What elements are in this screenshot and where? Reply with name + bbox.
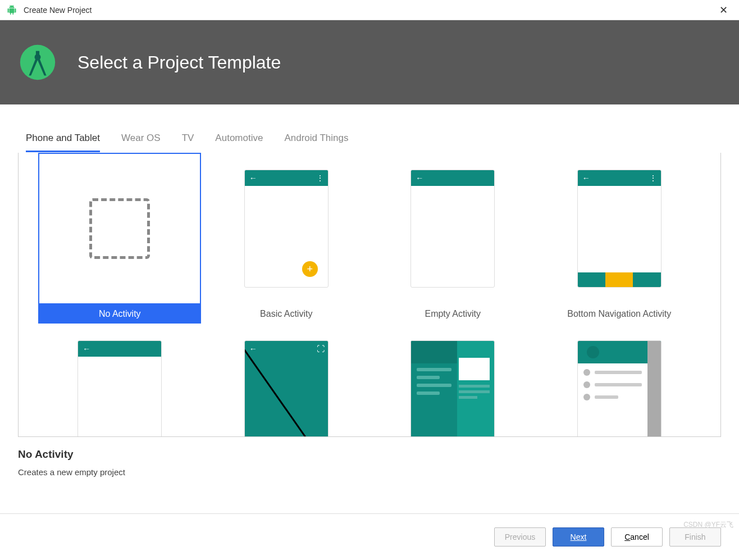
next-button[interactable]: Next	[553, 527, 604, 547]
template-label: Basic Activity	[205, 304, 368, 324]
svg-point-0	[20, 45, 55, 80]
more-icon: ⋮	[316, 174, 323, 183]
template-bottom-nav-activity[interactable]: ←⋮ Bottom Navigation Activity	[536, 153, 703, 324]
template-thumbnail: ←	[38, 324, 201, 437]
template-card[interactable]: ←	[37, 324, 203, 437]
template-label: Bottom Navigation Activity	[538, 304, 701, 324]
template-thumbnail: ⋮	[538, 324, 701, 437]
template-thumbnail: ←⛶	[205, 324, 368, 437]
fab-icon: +	[302, 261, 318, 277]
avatar-icon	[587, 346, 599, 358]
cancel-button[interactable]: Cancel	[611, 527, 663, 547]
back-arrow-icon: ←	[249, 344, 257, 353]
template-label: Empty Activity	[371, 304, 534, 324]
dashed-square-icon	[89, 198, 150, 259]
close-icon[interactable]: ✕	[715, 4, 732, 16]
back-arrow-icon: ←	[582, 174, 590, 183]
fullscreen-icon: ⛶	[317, 344, 325, 353]
template-thumbnail: ←⋮	[538, 153, 701, 304]
android-studio-icon	[16, 40, 60, 84]
template-thumbnail: ←⋮ +	[205, 153, 368, 304]
template-thumbnail	[371, 324, 534, 437]
template-empty-activity[interactable]: ← Empty Activity	[370, 153, 536, 324]
page-title: Select a Project Template	[77, 52, 281, 73]
back-arrow-icon: ←	[416, 174, 423, 183]
footer-buttons: Previous Next Cancel Finish	[0, 513, 739, 560]
selection-info: No Activity Creates a new empty project	[0, 437, 739, 486]
header-banner: Select a Project Template	[0, 20, 739, 104]
template-label: No Activity	[38, 304, 201, 324]
template-drawer-activity[interactable]	[370, 324, 536, 437]
finish-button: Finish	[669, 527, 721, 547]
tab-tv[interactable]: TV	[182, 133, 194, 152]
tab-automotive[interactable]: Automotive	[215, 133, 263, 152]
back-arrow-icon: ←	[83, 344, 90, 353]
template-grid: No Activity ←⋮ + Basic Activity ← Empty …	[37, 153, 702, 437]
selection-description: Creates a new empty project	[18, 467, 721, 477]
tab-phone-tablet[interactable]: Phone and Tablet	[26, 133, 100, 152]
tab-android-things[interactable]: Android Things	[284, 133, 348, 152]
template-fullscreen-activity[interactable]: ←⛶	[203, 324, 370, 437]
more-icon: ⋮	[649, 174, 656, 183]
template-no-activity[interactable]: No Activity	[37, 153, 203, 324]
template-thumbnail	[38, 153, 201, 304]
template-list-activity[interactable]: ⋮	[536, 324, 703, 437]
back-arrow-icon: ←	[249, 174, 257, 183]
android-logo-icon	[7, 5, 17, 15]
template-grid-container[interactable]: No Activity ←⋮ + Basic Activity ← Empty …	[18, 153, 721, 437]
svg-rect-2	[36, 51, 39, 56]
watermark: CSDN @YF云飞	[683, 520, 733, 530]
tab-wear-os[interactable]: Wear OS	[121, 133, 161, 152]
titlebar: Create New Project ✕	[0, 0, 739, 20]
bottom-nav-icon	[578, 272, 661, 287]
template-thumbnail: ←	[371, 153, 534, 304]
window-title: Create New Project	[24, 6, 715, 15]
selection-title: No Activity	[18, 448, 721, 461]
template-basic-activity[interactable]: ←⋮ + Basic Activity	[203, 153, 370, 324]
previous-button: Previous	[494, 527, 546, 547]
drawer-icon	[411, 341, 457, 437]
tabs: Phone and Tablet Wear OS TV Automotive A…	[0, 104, 739, 153]
